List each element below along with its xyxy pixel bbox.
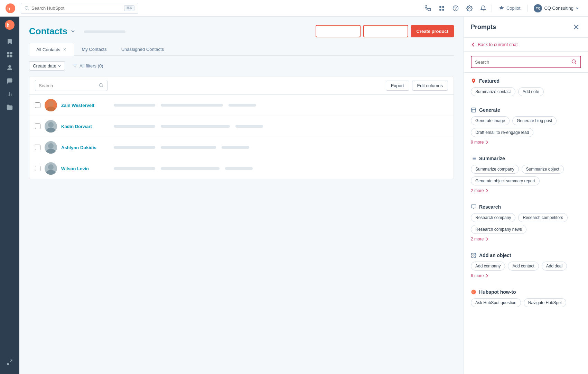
tab-all-contacts-close[interactable]: ✕ <box>62 47 67 52</box>
add-object-section: Add an object Add company Add contact Ad… <box>464 247 588 278</box>
sidebar-item-conversations[interactable] <box>3 75 16 87</box>
research-more-arrow-icon <box>485 237 489 241</box>
tab-all-contacts[interactable]: All Contacts ✕ <box>29 43 74 56</box>
table-row: Zain Westervelt <box>29 95 454 116</box>
contact-name-2[interactable]: Ashlynn Dokidis <box>61 145 110 150</box>
add-company-chip[interactable]: Add company <box>471 262 505 271</box>
research-icon <box>471 204 476 210</box>
generate-image-chip[interactable]: Generate image <box>471 116 510 125</box>
phone-icon-btn[interactable] <box>422 3 433 14</box>
research-competitors-chip[interactable]: Research competitors <box>518 213 568 222</box>
sidebar: h <box>0 17 19 374</box>
sidebar-item-dashboard[interactable] <box>3 48 16 61</box>
contact-name-3[interactable]: Wilson Levin <box>61 166 110 171</box>
table-search-box[interactable] <box>35 80 108 91</box>
summarize-object-chip[interactable]: Summarize object <box>522 165 564 174</box>
table-row: Wilson Levin <box>29 158 454 179</box>
svg-point-26 <box>99 83 102 86</box>
notifications-icon-btn[interactable] <box>478 3 489 14</box>
settings-icon-btn[interactable] <box>464 3 475 14</box>
navigate-hubspot-chip[interactable]: Navigate HubSpot <box>524 298 566 307</box>
svg-rect-16 <box>10 55 12 57</box>
add-object-more-link[interactable]: 6 more <box>471 273 581 278</box>
generate-blog-post-chip[interactable]: Generate blog post <box>512 116 557 125</box>
sidebar-item-reports[interactable] <box>3 88 16 100</box>
company-dropdown-btn[interactable]: CQ CQ Consulting <box>530 2 582 15</box>
prompts-close-button[interactable] <box>571 22 581 32</box>
help-icon-btn[interactable] <box>450 3 461 14</box>
page-title-text: Contacts <box>29 26 67 37</box>
action-button-1[interactable] <box>316 25 361 37</box>
row-checkbox-2[interactable] <box>35 145 40 150</box>
global-search-box[interactable]: ⌘K <box>21 3 138 14</box>
table-search-input[interactable] <box>39 83 97 88</box>
filter-icon <box>73 64 77 69</box>
generate-object-summary-chip[interactable]: Generate object summary report <box>471 176 540 185</box>
copilot-button[interactable]: Copilot <box>495 3 524 13</box>
tab-unassigned-contacts[interactable]: Unassigned Contacts <box>114 43 171 55</box>
prompts-search-input[interactable] <box>475 60 569 65</box>
summarize-more-link[interactable]: 2 more <box>471 188 581 193</box>
svg-rect-13 <box>7 52 9 54</box>
row-checkbox-0[interactable] <box>35 102 40 108</box>
action-button-2[interactable] <box>363 25 408 37</box>
create-product-button[interactable]: Create product <box>411 25 454 37</box>
title-dropdown-icon[interactable] <box>70 28 76 34</box>
svg-point-28 <box>48 101 54 107</box>
draft-email-chip[interactable]: Draft email to re-engage lead <box>471 128 533 137</box>
generate-section: Generate Generate image Generate blog po… <box>464 102 588 145</box>
summarize-company-chip[interactable]: Summarize company <box>471 165 519 174</box>
keyboard-shortcut: ⌘K <box>124 5 134 11</box>
more-arrow-icon <box>485 140 489 144</box>
svg-rect-54 <box>472 256 473 257</box>
summarize-contact-chip[interactable]: Summarize contact <box>471 87 515 96</box>
research-more-link[interactable]: 2 more <box>471 237 581 241</box>
create-date-filter[interactable]: Create date <box>29 61 65 71</box>
add-contact-chip[interactable]: Add contact <box>508 262 539 271</box>
row-checkbox-3[interactable] <box>35 166 40 171</box>
placeholder-bar <box>161 104 223 107</box>
back-arrow-icon <box>471 42 476 47</box>
svg-point-29 <box>46 107 56 111</box>
research-company-chip[interactable]: Research company <box>471 213 515 222</box>
export-button[interactable]: Export <box>386 81 409 91</box>
contact-name-0[interactable]: Zain Westervelt <box>61 103 110 108</box>
hubspot-logo[interactable]: h <box>6 3 15 13</box>
add-deal-chip[interactable]: Add deal <box>542 262 567 271</box>
global-search-input[interactable] <box>31 6 122 11</box>
back-to-chat-link[interactable]: Back to current chat <box>464 38 588 52</box>
generate-more-link[interactable]: 9 more <box>471 140 581 145</box>
row-checkbox-1[interactable] <box>35 124 40 129</box>
svg-point-33 <box>46 149 56 154</box>
search-icon <box>25 6 29 11</box>
placeholder-bar <box>161 125 230 128</box>
page-header: Contacts Create product <box>29 25 454 37</box>
all-filters-btn[interactable]: All filters (0) <box>69 62 107 70</box>
tab-my-contacts[interactable]: My Contacts <box>74 43 114 55</box>
ask-hubspot-question-chip[interactable]: Ask HubSpot question <box>471 298 521 307</box>
marketplace-icon-btn[interactable] <box>436 3 447 14</box>
copilot-icon <box>499 6 504 11</box>
featured-section-header: Featured <box>471 78 581 84</box>
marketplace-icon <box>439 5 445 11</box>
svg-rect-5 <box>442 6 444 8</box>
research-company-news-chip[interactable]: Research company news <box>471 225 526 234</box>
page-main: Contacts Create product All Contacts ✕ M… <box>19 17 464 374</box>
contact-avatar-2 <box>45 141 57 154</box>
add-note-chip[interactable]: Add note <box>518 87 544 96</box>
table-row: Kadin Dorwart <box>29 116 454 137</box>
placeholder-bar <box>225 167 253 170</box>
sidebar-logo[interactable]: h <box>4 19 15 30</box>
prompts-search-box[interactable] <box>471 56 581 68</box>
placeholder-bar <box>114 125 155 128</box>
sidebar-item-files[interactable] <box>3 101 16 113</box>
contact-name-1[interactable]: Kadin Dorwart <box>61 124 110 129</box>
sidebar-item-contacts[interactable] <box>3 62 16 74</box>
sidebar-item-expand[interactable] <box>3 356 16 368</box>
sidebar-item-bookmarks[interactable] <box>3 35 16 48</box>
edit-columns-button[interactable]: Edit columns <box>412 81 448 91</box>
svg-text:h: h <box>7 6 10 11</box>
prompts-panel: Prompts Back to current chat <box>464 17 588 374</box>
svg-point-30 <box>48 122 54 128</box>
placeholder-bar <box>161 146 216 149</box>
